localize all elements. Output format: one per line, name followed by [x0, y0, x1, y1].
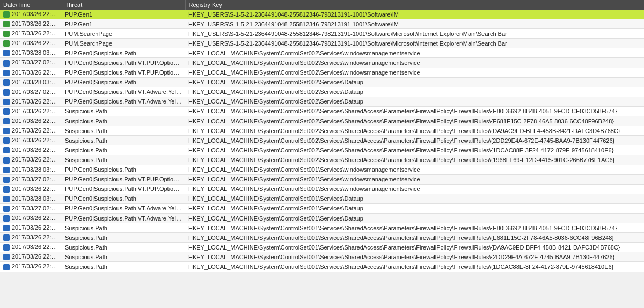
row-icon-17: [3, 177, 10, 183]
row-icon-12: [3, 128, 10, 134]
cell-threat: Suspicious.Path: [62, 223, 185, 233]
table-row[interactable]: 2017/03/26 22:44:50Suspicious.PathHKEY_L…: [0, 136, 644, 145]
table-row[interactable]: 2017/03/26 22:44:50PUP.Gen0|Suspicious.P…: [0, 184, 644, 194]
row-icon-3: [3, 40, 10, 47]
cell-path: HKEY_LOCAL_MACHINE\System\ControlSet001\…: [185, 184, 644, 194]
row-icon-16: [3, 167, 10, 173]
cell-threat: PUP.Gen0|Suspicious.Path|VT.Adware.Yello…: [62, 203, 185, 213]
row-icon-8: [3, 89, 10, 96]
date-text: 2017/03/26 22:44:50: [12, 263, 62, 269]
row-icon-5: [3, 60, 10, 67]
row-icon-0: [3, 11, 10, 18]
cell-threat: Suspicious.Path: [62, 116, 185, 126]
table-row[interactable]: 2017/03/26 22:44:50Suspicious.PathHKEY_L…: [0, 145, 644, 155]
cell-threat: Suspicious.Path: [62, 252, 185, 262]
date-text: 2017/03/27 02:03:37: [12, 59, 62, 65]
cell-date: 2017/03/28 03:50:32: [0, 194, 62, 203]
cell-date: 2017/03/26 22:44:50: [0, 184, 62, 194]
cell-threat: PUP.Gen0|Suspicious.Path: [62, 48, 185, 58]
cell-threat: PUP.Gen1: [62, 19, 185, 29]
cell-threat: Suspicious.Path: [62, 136, 185, 145]
cell-threat: PUM.SearchPage: [62, 29, 185, 39]
cell-threat: PUP.Gen0|Suspicious.Path|VT.PUP.Optional…: [62, 58, 185, 68]
cell-threat: PUP.Gen0|Suspicious.Path|VT.PUP.Optional…: [62, 184, 185, 194]
table-row[interactable]: 2017/03/27 02:03:37PUP.Gen0|Suspicious.P…: [0, 203, 644, 213]
results-table-container[interactable]: Date/Time Threat Registry Key 2017/03/26…: [0, 0, 644, 308]
table-row[interactable]: 2017/03/26 22:44:50Suspicious.PathHKEY_L…: [0, 223, 644, 233]
cell-date: 2017/03/26 22:44:50: [0, 155, 62, 165]
row-icon-2: [3, 31, 10, 37]
table-row[interactable]: 2017/03/26 22:44:50PUP.Gen1HKEY_USERS\S-…: [0, 10, 644, 19]
table-row[interactable]: 2017/03/28 03:50:33PUP.Gen0|Suspicious.P…: [0, 48, 644, 58]
row-icon-15: [3, 157, 10, 164]
table-row[interactable]: 2017/03/27 02:03:37PUP.Gen0|Suspicious.P…: [0, 58, 644, 68]
table-row[interactable]: 2017/03/26 22:44:50Suspicious.PathHKEY_L…: [0, 233, 644, 243]
table-row[interactable]: 2017/03/26 22:44:50PUM.SearchPageHKEY_US…: [0, 29, 644, 39]
cell-path: HKEY_LOCAL_MACHINE\System\ControlSet001\…: [185, 174, 644, 184]
cell-date: 2017/03/27 02:03:37: [0, 203, 62, 213]
results-table: Date/Time Threat Registry Key 2017/03/26…: [0, 0, 644, 272]
row-icon-14: [3, 147, 10, 153]
date-text: 2017/03/26 22:44:50: [12, 156, 62, 163]
cell-threat: Suspicious.Path: [62, 262, 185, 272]
table-row[interactable]: 2017/03/26 22:44:50Suspicious.PathHKEY_L…: [0, 126, 644, 136]
row-icon-7: [3, 79, 10, 86]
header-date: Date/Time: [0, 0, 62, 10]
table-row[interactable]: 2017/03/26 22:44:50PUP.Gen0|Suspicious.P…: [0, 213, 644, 223]
row-icon-19: [3, 196, 10, 202]
table-row[interactable]: 2017/03/26 22:44:50PUP.Gen0|Suspicious.P…: [0, 68, 644, 77]
cell-threat: Suspicious.Path: [62, 145, 185, 155]
table-row[interactable]: 2017/03/26 22:44:50PUM.SearchPageHKEY_US…: [0, 39, 644, 48]
cell-path: HKEY_USERS\S-1-5-21-2364491048-255812346…: [185, 19, 644, 29]
cell-path: HKEY_LOCAL_MACHINE\System\ControlSet001\…: [185, 194, 644, 203]
table-row[interactable]: 2017/03/28 03:50:32PUP.Gen0|Suspicious.P…: [0, 165, 644, 174]
row-icon-11: [3, 118, 10, 124]
cell-path: HKEY_LOCAL_MACHINE\System\ControlSet002\…: [185, 136, 644, 145]
date-text: 2017/03/26 22:44:50: [12, 108, 62, 114]
cell-date: 2017/03/28 03:50:33: [0, 48, 62, 58]
table-row[interactable]: 2017/03/28 03:50:32PUP.Gen0|Suspicious.P…: [0, 194, 644, 203]
row-icon-9: [3, 99, 10, 105]
table-row[interactable]: 2017/03/26 22:44:50Suspicious.PathHKEY_L…: [0, 106, 644, 116]
table-row[interactable]: 2017/03/26 22:44:50Suspicious.PathHKEY_L…: [0, 262, 644, 272]
row-icon-10: [3, 108, 10, 115]
table-row[interactable]: 2017/03/26 22:44:50Suspicious.PathHKEY_L…: [0, 155, 644, 165]
cell-date: 2017/03/26 22:44:50: [0, 243, 62, 252]
cell-threat: PUP.Gen0|Suspicious.Path: [62, 77, 185, 87]
date-text: 2017/03/27 02:03:37: [12, 89, 62, 95]
cell-threat: Suspicious.Path: [62, 243, 185, 252]
table-row[interactable]: 2017/03/27 02:03:37PUP.Gen0|Suspicious.P…: [0, 174, 644, 184]
date-text: 2017/03/26 22:44:50: [12, 11, 62, 17]
cell-threat: PUP.Gen1: [62, 10, 185, 19]
table-row[interactable]: 2017/03/27 02:03:37PUP.Gen0|Suspicious.P…: [0, 87, 644, 97]
cell-threat: Suspicious.Path: [62, 126, 185, 136]
cell-threat: Suspicious.Path: [62, 233, 185, 243]
row-icon-20: [3, 206, 10, 212]
row-icon-25: [3, 254, 10, 260]
date-text: 2017/03/26 22:44:50: [12, 137, 62, 143]
table-row[interactable]: 2017/03/26 22:44:50Suspicious.PathHKEY_L…: [0, 252, 644, 262]
cell-date: 2017/03/28 03:50:32: [0, 77, 62, 87]
date-text: 2017/03/26 22:44:50: [12, 224, 62, 231]
cell-date: 2017/03/26 22:44:50: [0, 97, 62, 106]
date-text: 2017/03/26 22:44:50: [12, 20, 62, 27]
row-icon-18: [3, 186, 10, 193]
cell-threat: PUP.Gen0|Suspicious.Path|VT.Adware.Yello…: [62, 87, 185, 97]
cell-path: HKEY_LOCAL_MACHINE\System\ControlSet001\…: [185, 233, 644, 243]
cell-date: 2017/03/26 22:44:50: [0, 223, 62, 233]
row-icon-22: [3, 225, 10, 231]
cell-path: HKEY_LOCAL_MACHINE\System\ControlSet002\…: [185, 116, 644, 126]
row-icon-1: [3, 21, 10, 27]
row-icon-13: [3, 137, 10, 144]
table-row[interactable]: 2017/03/26 22:44:50Suspicious.PathHKEY_L…: [0, 243, 644, 252]
cell-date: 2017/03/26 22:44:50: [0, 145, 62, 155]
cell-date: 2017/03/26 22:44:50: [0, 262, 62, 272]
table-row[interactable]: 2017/03/26 22:44:50Suspicious.PathHKEY_L…: [0, 116, 644, 126]
table-row[interactable]: 2017/03/28 03:50:32PUP.Gen0|Suspicious.P…: [0, 77, 644, 87]
cell-path: HKEY_LOCAL_MACHINE\System\ControlSet001\…: [185, 213, 644, 223]
date-text: 2017/03/27 02:03:37: [12, 176, 62, 182]
table-row[interactable]: 2017/03/26 22:44:50PUP.Gen1HKEY_USERS\S-…: [0, 19, 644, 29]
date-text: 2017/03/28 03:50:32: [12, 79, 62, 85]
table-row[interactable]: 2017/03/26 22:44:50PUP.Gen0|Suspicious.P…: [0, 97, 644, 106]
cell-path: HKEY_LOCAL_MACHINE\System\ControlSet001\…: [185, 252, 644, 262]
